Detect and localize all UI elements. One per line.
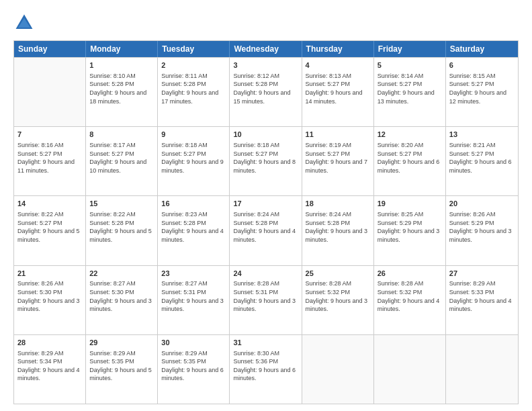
day-info: Sunrise: 8:12 AM Sunset: 5:28 PM Dayligh… [233, 72, 298, 105]
day-number: 8 [89, 130, 154, 140]
header-day-monday: Monday [86, 41, 158, 57]
day-info: Sunrise: 8:30 AM Sunset: 5:36 PM Dayligh… [233, 349, 298, 383]
calendar-day-2: 2Sunrise: 8:11 AM Sunset: 5:28 PM Daylig… [158, 58, 230, 126]
calendar-week-2: 7Sunrise: 8:16 AM Sunset: 5:27 PM Daylig… [14, 126, 518, 195]
day-info: Sunrise: 8:23 AM Sunset: 5:28 PM Dayligh… [161, 210, 226, 244]
day-info: Sunrise: 8:29 AM Sunset: 5:35 PM Dayligh… [89, 349, 154, 383]
calendar-day-30: 30Sunrise: 8:29 AM Sunset: 5:35 PM Dayli… [158, 335, 230, 404]
day-info: Sunrise: 8:26 AM Sunset: 5:29 PM Dayligh… [449, 210, 515, 244]
day-number: 20 [449, 199, 515, 209]
day-info: Sunrise: 8:14 AM Sunset: 5:27 PM Dayligh… [378, 72, 442, 105]
calendar-day-1: 1Sunrise: 8:10 AM Sunset: 5:28 PM Daylig… [86, 58, 158, 126]
day-info: Sunrise: 8:16 AM Sunset: 5:27 PM Dayligh… [17, 141, 82, 175]
calendar-day-25: 25Sunrise: 8:28 AM Sunset: 5:32 PM Dayli… [302, 266, 374, 334]
calendar-day-17: 17Sunrise: 8:24 AM Sunset: 5:28 PM Dayli… [230, 196, 302, 265]
day-number: 31 [233, 338, 298, 348]
day-number: 12 [378, 130, 442, 140]
calendar-body: 1Sunrise: 8:10 AM Sunset: 5:28 PM Daylig… [14, 57, 518, 404]
calendar-day-23: 23Sunrise: 8:27 AM Sunset: 5:31 PM Dayli… [158, 266, 230, 334]
day-number: 24 [233, 269, 298, 279]
day-info: Sunrise: 8:26 AM Sunset: 5:30 PM Dayligh… [17, 279, 82, 313]
calendar-week-4: 21Sunrise: 8:26 AM Sunset: 5:30 PM Dayli… [14, 265, 518, 334]
calendar-day-20: 20Sunrise: 8:26 AM Sunset: 5:29 PM Dayli… [446, 196, 518, 265]
day-number: 9 [161, 130, 226, 140]
calendar-day-10: 10Sunrise: 8:18 AM Sunset: 5:27 PM Dayli… [230, 127, 302, 195]
calendar-header: SundayMondayTuesdayWednesdayThursdayFrid… [14, 41, 518, 57]
day-number: 4 [306, 60, 370, 71]
day-number: 5 [378, 60, 442, 71]
day-info: Sunrise: 8:28 AM Sunset: 5:32 PM Dayligh… [306, 279, 370, 313]
calendar-day-4: 4Sunrise: 8:13 AM Sunset: 5:27 PM Daylig… [302, 58, 374, 126]
day-number: 19 [378, 199, 442, 209]
day-number: 15 [89, 199, 154, 209]
day-info: Sunrise: 8:20 AM Sunset: 5:27 PM Dayligh… [378, 141, 442, 175]
day-number: 23 [161, 269, 226, 279]
page: SundayMondayTuesdayWednesdayThursdayFrid… [0, 0, 532, 411]
calendar-day-empty [374, 335, 446, 404]
calendar-day-11: 11Sunrise: 8:19 AM Sunset: 5:27 PM Dayli… [302, 127, 374, 195]
day-info: Sunrise: 8:22 AM Sunset: 5:27 PM Dayligh… [17, 210, 82, 244]
header-day-sunday: Sunday [14, 41, 86, 57]
calendar-day-13: 13Sunrise: 8:21 AM Sunset: 5:27 PM Dayli… [446, 127, 518, 195]
day-info: Sunrise: 8:27 AM Sunset: 5:31 PM Dayligh… [161, 279, 226, 313]
day-number: 26 [378, 269, 442, 279]
day-info: Sunrise: 8:19 AM Sunset: 5:27 PM Dayligh… [306, 141, 370, 175]
day-info: Sunrise: 8:22 AM Sunset: 5:28 PM Dayligh… [89, 210, 154, 244]
day-number: 7 [17, 130, 82, 140]
calendar-day-16: 16Sunrise: 8:23 AM Sunset: 5:28 PM Dayli… [158, 196, 230, 265]
calendar: SundayMondayTuesdayWednesdayThursdayFrid… [13, 40, 519, 404]
calendar-day-12: 12Sunrise: 8:20 AM Sunset: 5:27 PM Dayli… [374, 127, 446, 195]
header [13, 12, 519, 34]
calendar-day-28: 28Sunrise: 8:29 AM Sunset: 5:34 PM Dayli… [14, 335, 86, 404]
day-info: Sunrise: 8:24 AM Sunset: 5:28 PM Dayligh… [233, 210, 298, 244]
calendar-day-27: 27Sunrise: 8:29 AM Sunset: 5:33 PM Dayli… [446, 266, 518, 334]
calendar-day-empty [14, 58, 86, 126]
day-info: Sunrise: 8:18 AM Sunset: 5:27 PM Dayligh… [233, 141, 298, 175]
calendar-day-24: 24Sunrise: 8:28 AM Sunset: 5:31 PM Dayli… [230, 266, 302, 334]
header-day-friday: Friday [374, 41, 446, 57]
day-number: 28 [17, 338, 82, 348]
calendar-day-5: 5Sunrise: 8:14 AM Sunset: 5:27 PM Daylig… [374, 58, 446, 126]
day-number: 13 [449, 130, 515, 140]
calendar-week-5: 28Sunrise: 8:29 AM Sunset: 5:34 PM Dayli… [14, 334, 518, 404]
day-info: Sunrise: 8:17 AM Sunset: 5:27 PM Dayligh… [89, 141, 154, 175]
header-day-wednesday: Wednesday [230, 41, 302, 57]
header-day-tuesday: Tuesday [158, 41, 230, 57]
calendar-day-9: 9Sunrise: 8:18 AM Sunset: 5:27 PM Daylig… [158, 127, 230, 195]
day-info: Sunrise: 8:27 AM Sunset: 5:30 PM Dayligh… [89, 279, 154, 313]
day-info: Sunrise: 8:24 AM Sunset: 5:28 PM Dayligh… [306, 210, 370, 244]
day-number: 2 [161, 60, 226, 71]
day-number: 3 [233, 60, 298, 71]
day-number: 6 [449, 60, 515, 71]
calendar-day-19: 19Sunrise: 8:25 AM Sunset: 5:29 PM Dayli… [374, 196, 446, 265]
day-number: 22 [89, 269, 154, 279]
day-info: Sunrise: 8:13 AM Sunset: 5:27 PM Dayligh… [306, 72, 370, 105]
calendar-day-31: 31Sunrise: 8:30 AM Sunset: 5:36 PM Dayli… [230, 335, 302, 404]
day-number: 10 [233, 130, 298, 140]
day-info: Sunrise: 8:18 AM Sunset: 5:27 PM Dayligh… [161, 141, 226, 175]
calendar-day-21: 21Sunrise: 8:26 AM Sunset: 5:30 PM Dayli… [14, 266, 86, 334]
calendar-day-18: 18Sunrise: 8:24 AM Sunset: 5:28 PM Dayli… [302, 196, 374, 265]
calendar-day-empty [302, 335, 374, 404]
day-info: Sunrise: 8:21 AM Sunset: 5:27 PM Dayligh… [449, 141, 515, 175]
day-number: 11 [306, 130, 370, 140]
logo [13, 12, 38, 34]
day-info: Sunrise: 8:10 AM Sunset: 5:28 PM Dayligh… [89, 72, 154, 105]
day-number: 25 [306, 269, 370, 279]
calendar-day-8: 8Sunrise: 8:17 AM Sunset: 5:27 PM Daylig… [86, 127, 158, 195]
day-number: 17 [233, 199, 298, 209]
calendar-week-1: 1Sunrise: 8:10 AM Sunset: 5:28 PM Daylig… [14, 57, 518, 126]
day-info: Sunrise: 8:28 AM Sunset: 5:31 PM Dayligh… [233, 279, 298, 313]
calendar-day-6: 6Sunrise: 8:15 AM Sunset: 5:27 PM Daylig… [446, 58, 518, 126]
day-number: 18 [306, 199, 370, 209]
calendar-week-3: 14Sunrise: 8:22 AM Sunset: 5:27 PM Dayli… [14, 195, 518, 265]
logo-icon [13, 12, 35, 34]
day-number: 14 [17, 199, 82, 209]
calendar-day-29: 29Sunrise: 8:29 AM Sunset: 5:35 PM Dayli… [86, 335, 158, 404]
header-day-saturday: Saturday [446, 41, 518, 57]
day-info: Sunrise: 8:25 AM Sunset: 5:29 PM Dayligh… [378, 210, 442, 244]
header-day-thursday: Thursday [302, 41, 374, 57]
day-info: Sunrise: 8:15 AM Sunset: 5:27 PM Dayligh… [449, 72, 515, 105]
day-number: 30 [161, 338, 226, 348]
day-info: Sunrise: 8:11 AM Sunset: 5:28 PM Dayligh… [161, 72, 226, 105]
